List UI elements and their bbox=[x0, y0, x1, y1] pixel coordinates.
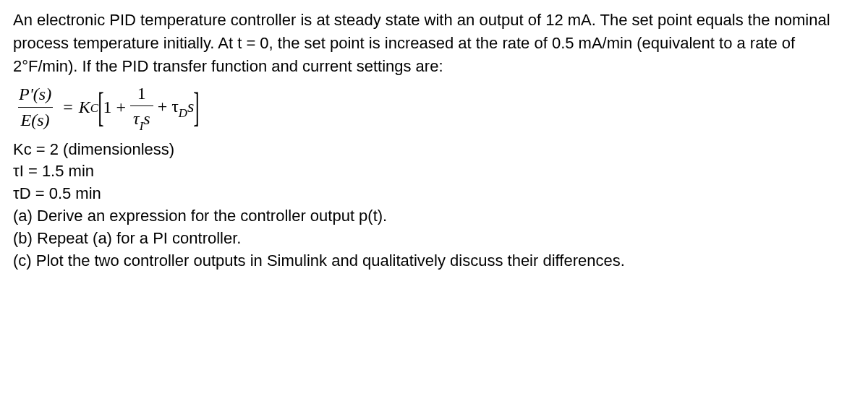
lhs-denominator: E(s) bbox=[18, 107, 53, 133]
param-kc: Kc = 2 (dimensionless) bbox=[13, 139, 855, 161]
left-bracket: [ bbox=[98, 89, 103, 125]
question-parts: (a) Derive an expression for the control… bbox=[13, 205, 855, 272]
tau-d-subscript: D bbox=[179, 106, 187, 120]
inner-frac-den: τIs bbox=[130, 106, 153, 134]
one-plus: 1 + bbox=[103, 95, 127, 120]
plus-tau-d: + τDs bbox=[158, 94, 195, 121]
param-tau-i: τI = 1.5 min bbox=[13, 160, 855, 183]
bracket-inner: 1 + 1 τIs + τDs bbox=[103, 81, 195, 134]
kc-symbol: K bbox=[79, 95, 90, 120]
lhs-numerator: P'(s) bbox=[16, 82, 54, 107]
param-tau-d: τD = 0.5 min bbox=[13, 183, 855, 205]
inner-fraction: 1 τIs bbox=[130, 81, 153, 134]
part-b: (b) Repeat (a) for a PI controller. bbox=[13, 228, 855, 250]
part-c: (c) Plot the two controller outputs in S… bbox=[13, 250, 855, 272]
lhs-fraction: P'(s) E(s) bbox=[16, 82, 54, 133]
plus-tau: + τ bbox=[158, 97, 179, 116]
tau-i-symbol: τ bbox=[133, 109, 140, 128]
right-bracket: ] bbox=[193, 89, 199, 125]
parameter-list: Kc = 2 (dimensionless) τI = 1.5 min τD =… bbox=[13, 139, 855, 205]
part-a: (a) Derive an expression for the control… bbox=[13, 205, 855, 228]
pid-transfer-equation: P'(s) E(s) = KC [ 1 + 1 τIs + τDs ] bbox=[13, 81, 855, 134]
equals-sign: = bbox=[63, 95, 73, 120]
inner-s: s bbox=[143, 109, 150, 128]
tau-i-subscript: I bbox=[140, 119, 144, 133]
problem-intro: An electronic PID temperature controller… bbox=[13, 9, 855, 78]
inner-frac-num: 1 bbox=[135, 81, 149, 106]
